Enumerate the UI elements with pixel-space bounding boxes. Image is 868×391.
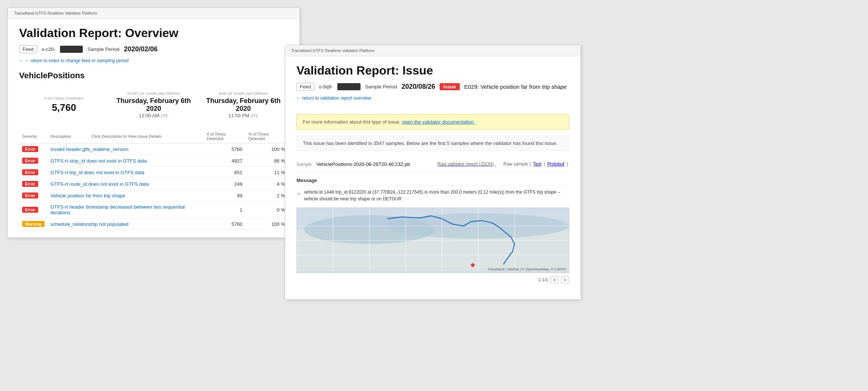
- description-cell: GTFS-rt trip_id does not exist in GTFS d…: [48, 167, 204, 178]
- severity-badge: Error: [22, 193, 38, 198]
- chevron-down-icon[interactable]: ⌄: [296, 189, 301, 196]
- issue-code-text: E029: Vehicle position far from trip sha…: [464, 84, 567, 90]
- times-cell: 99: [204, 190, 245, 201]
- stat-start-period: Start of Sampling Period Thursday, Febru…: [109, 92, 198, 118]
- description-cell: Invalid header.gtfs_realtime_version: [48, 143, 204, 155]
- overview-header-title: Transitland GTFS Realtime Validator Plat…: [14, 11, 97, 15]
- stat-end-period: End of Sampling Period Thursday, Februar…: [199, 92, 288, 118]
- severity-badge: Error: [22, 158, 38, 164]
- issue-description-link[interactable]: GTFS-rt stop_id does not exist in GTFS d…: [51, 158, 147, 164]
- info-banner: For more information about this type of …: [296, 114, 569, 130]
- overview-feed-label: Feed: [19, 45, 37, 53]
- raw-sample-label: Raw sample (: [503, 161, 531, 167]
- severity-badge: Error: [22, 146, 38, 152]
- severity-cell: Error: [19, 190, 48, 201]
- raw-text-link[interactable]: Text: [533, 161, 541, 167]
- severity-cell: Error: [19, 167, 48, 178]
- overview-panel: Transitland GTFS Realtime Validator Plat…: [7, 7, 300, 238]
- stat-times-label: # of Times Sampled: [19, 97, 109, 100]
- issue-back-link[interactable]: return to validation report overview: [296, 96, 371, 101]
- sample-filename: VehiclePositions-2020-08-26T20:46:23Z.pb: [316, 161, 410, 167]
- percent-cell: 86 %: [245, 155, 288, 167]
- issue-description-link[interactable]: schedule_relationship not populated: [51, 221, 129, 227]
- severity-badge: Error: [22, 181, 38, 187]
- overview-page-title: Validation Report: Overview: [19, 26, 288, 40]
- overview-section-title: VehiclePositions: [19, 71, 288, 81]
- issue-description-link[interactable]: GTFS-rt route_id does not exist in GTFS …: [51, 181, 149, 187]
- description-cell: GTFS-rt header timestamp decreased betwe…: [48, 201, 204, 218]
- description-cell: GTFS-rt stop_id does not exist in GTFS d…: [48, 155, 204, 167]
- table-row: ErrorInvalid header.gtfs_realtime_versio…: [19, 143, 288, 155]
- issue-feed-row: Feed o-9q9- Sample Period 2020/08/26 Iss…: [296, 83, 569, 91]
- next-page-button[interactable]: ›: [561, 276, 569, 284]
- severity-badge: Error: [22, 207, 38, 213]
- percent-cell: 100 %: [245, 218, 288, 230]
- pagination-row: 1-1/1 ‹ ›: [296, 273, 569, 284]
- message-text: vehicle.id 1448 trip_id 8122020 at (37.7…: [304, 189, 569, 202]
- issue-feed-label: Feed: [296, 83, 314, 91]
- message-row: ⌄ vehicle.id 1448 trip_id 8122020 at (37…: [296, 189, 569, 202]
- validator-doc-link[interactable]: open the validator documentation: [402, 119, 475, 125]
- severity-cell: Warning: [19, 218, 48, 230]
- overview-sample-period-label: Sample Period: [87, 46, 119, 52]
- issue-description-link[interactable]: Invalid header.gtfs_realtime_version: [51, 146, 129, 152]
- sample-row: Sample VehiclePositions-2020-08-26T20:46…: [296, 157, 569, 172]
- table-row: ErrorVehicle position far from trip shap…: [19, 190, 288, 201]
- sample-name-group: Sample VehiclePositions-2020-08-26T20:46…: [296, 161, 410, 167]
- stat-start-time: 12:00 AM: [139, 113, 159, 118]
- stat-end-utc: UTC: [251, 114, 259, 118]
- table-row: ErrorGTFS-rt stop_id does not exist in G…: [19, 155, 288, 167]
- issue-sample-period-label: Sample Period: [365, 84, 397, 90]
- overview-feed-id: o-c20-: [42, 46, 55, 52]
- issues-table: Severity Description Click Description t…: [19, 130, 288, 230]
- percent-cell: 11 %: [245, 167, 288, 178]
- overview-feed-id-redacted: [60, 46, 83, 53]
- raw-protobuf-link[interactable]: Protobuf: [547, 161, 564, 167]
- description-cell: schedule_relationship not populated: [48, 218, 204, 230]
- times-cell: 4927: [204, 155, 245, 167]
- svg-point-13: [471, 263, 475, 267]
- overview-back-link[interactable]: ← return to index to change feed or samp…: [19, 58, 129, 63]
- times-cell: 651: [204, 167, 245, 178]
- issue-header-title: Transitland GTFS Realtime Validator Plat…: [291, 48, 375, 53]
- issue-page-title: Validation Report: Issue: [296, 64, 569, 78]
- times-cell: 249: [204, 178, 245, 190]
- overview-stats-row: # of Times Sampled 5,760 Start of Sampli…: [19, 88, 288, 122]
- raw-report-link[interactable]: Raw validator report (JSON): [436, 161, 496, 167]
- message-header: Message: [296, 175, 569, 186]
- pagination-text: 1-1/1: [538, 277, 548, 282]
- severity-cell: Error: [19, 201, 48, 218]
- times-cell: 5760: [204, 143, 245, 155]
- description-cell: Vehicle position far from trip shape: [48, 190, 204, 201]
- stat-start-label: Start of Sampling Period: [109, 92, 198, 96]
- issue-description-link[interactable]: GTFS-rt header timestamp decreased betwe…: [51, 204, 185, 215]
- stat-end-date: Thursday, February 6th 2020: [199, 97, 288, 113]
- issue-panel-header: Transitland GTFS Realtime Validator Plat…: [285, 45, 581, 56]
- overview-feed-row: Feed o-c20- Sample Period 2020/02/06: [19, 45, 288, 53]
- percent-cell: 100 %: [245, 143, 288, 155]
- table-row: ErrorGTFS-rt route_id does not exist in …: [19, 178, 288, 190]
- severity-cell: Error: [19, 143, 48, 155]
- sample-links: Raw validator report (JSON) Raw sample (…: [436, 161, 569, 167]
- severity-badge: Error: [22, 169, 38, 175]
- issue-description-link[interactable]: Vehicle position far from trip shape: [51, 193, 125, 198]
- stat-end-time: 11:59 PM: [228, 113, 249, 118]
- issue-feed-id-redacted: [337, 83, 361, 90]
- sample-info-text: This issue has been identified in 3547 s…: [303, 140, 557, 146]
- stat-start-date: Thursday, February 6th 2020: [109, 97, 198, 113]
- table-row: Warningschedule_relationship not populat…: [19, 218, 288, 230]
- prev-page-button[interactable]: ‹: [551, 276, 559, 284]
- col-description: Description: [48, 130, 88, 143]
- percent-cell: 0 %: [245, 201, 288, 218]
- description-cell: GTFS-rt route_id does not exist in GTFS …: [48, 178, 204, 190]
- times-cell: 1: [204, 201, 245, 218]
- col-severity: Severity: [19, 130, 48, 143]
- issue-badge: Issue: [440, 83, 459, 90]
- message-section: Message ⌄ vehicle.id 1448 trip_id 812202…: [296, 175, 569, 202]
- issue-description-link[interactable]: GTFS-rt trip_id does not exist in GTFS d…: [51, 170, 145, 175]
- severity-cell: Error: [19, 155, 48, 167]
- issue-sample-period-value: 2020/08/26: [401, 83, 435, 91]
- table-row: ErrorGTFS-rt trip_id does not exist in G…: [19, 167, 288, 178]
- percent-cell: 4 %: [245, 178, 288, 190]
- overview-panel-header: Transitland GTFS Realtime Validator Plat…: [8, 8, 299, 19]
